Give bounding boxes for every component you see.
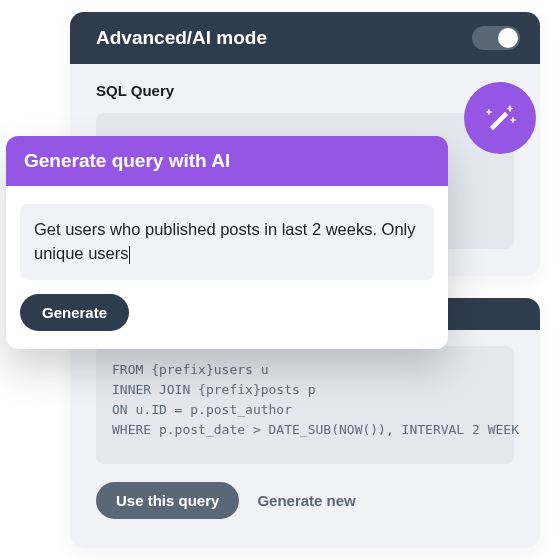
result-actions: Use this query Generate new [96,482,514,519]
generate-new-link[interactable]: Generate new [257,492,355,509]
ai-magic-button[interactable] [464,82,536,154]
panel-header: Advanced/AI mode [70,12,540,64]
generate-button[interactable]: Generate [20,294,129,331]
text-cursor [129,246,130,264]
sql-query-label: SQL Query [96,82,514,99]
use-query-button[interactable]: Use this query [96,482,239,519]
ai-prompt-input[interactable]: Get users who published posts in last 2 … [20,204,434,280]
ai-popup-body: Get users who published posts in last 2 … [6,186,448,349]
magic-wand-icon [480,98,520,138]
ai-generate-popup: Generate query with AI Get users who pub… [6,136,448,349]
result-panel-body: FROM {prefix}users u INNER JOIN {prefix}… [70,330,540,535]
ai-popup-title: Generate query with AI [6,136,448,186]
mode-toggle[interactable] [472,26,520,50]
panel-title: Advanced/AI mode [96,27,267,49]
generated-sql-code[interactable]: FROM {prefix}users u INNER JOIN {prefix}… [96,346,514,464]
ai-prompt-text: Get users who published posts in last 2 … [34,220,416,262]
